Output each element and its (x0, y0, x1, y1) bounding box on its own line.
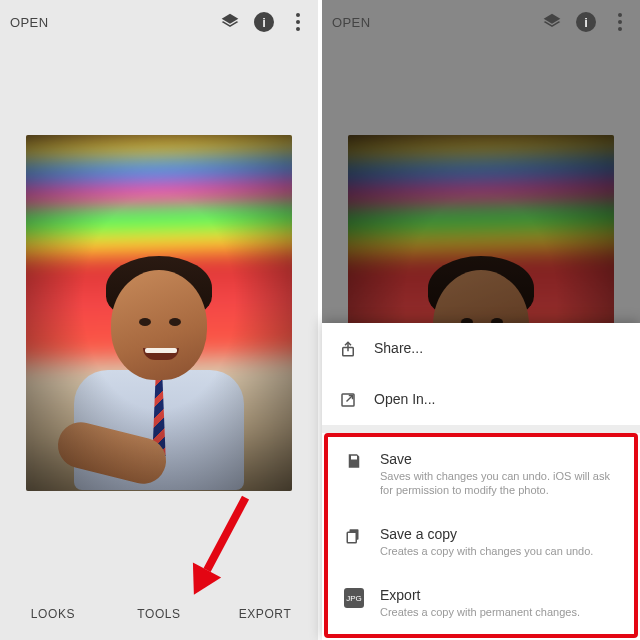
sheet-item-export[interactable]: JPG Export Creates a copy with permanent… (328, 573, 634, 634)
photo-subject (69, 270, 249, 490)
sheet-item-open-in[interactable]: Open In... (322, 374, 640, 425)
bottom-tab-bar: LOOKS TOOLS EXPORT (0, 588, 318, 640)
more-icon[interactable] (288, 12, 308, 32)
sheet-item-desc: Saves with changes you can undo. iOS wil… (380, 469, 618, 499)
open-in-icon (338, 391, 358, 409)
sheet-item-label: Export (380, 587, 618, 603)
layers-icon (542, 12, 562, 32)
sheet-item-save[interactable]: Save Saves with changes you can undo. iO… (328, 437, 634, 513)
open-button[interactable]: OPEN (10, 15, 220, 30)
tab-export[interactable]: EXPORT (212, 588, 318, 640)
sheet-item-label: Save a copy (380, 526, 618, 542)
editor-screen-export-sheet: OPEN i (322, 0, 640, 640)
info-icon: i (576, 12, 596, 32)
share-icon (338, 340, 358, 358)
tab-looks[interactable]: LOOKS (0, 588, 106, 640)
open-button: OPEN (332, 15, 542, 30)
photo-canvas[interactable] (26, 135, 292, 491)
sheet-item-desc: Creates a copy with changes you can undo… (380, 544, 618, 559)
annotation-highlight: Save Saves with changes you can undo. iO… (324, 433, 638, 638)
save-icon (344, 452, 364, 470)
more-icon (610, 12, 630, 32)
export-action-sheet: Share... Open In... Save Saves with chan… (322, 323, 640, 640)
editor-screen-export-tab: OPEN i LOOKS TOOLS EXPORT (0, 0, 318, 640)
layers-icon[interactable] (220, 12, 240, 32)
sheet-item-label: Save (380, 451, 618, 467)
info-icon[interactable]: i (254, 12, 274, 32)
annotation-arrow (190, 496, 259, 603)
tab-tools[interactable]: TOOLS (106, 588, 212, 640)
sheet-item-label: Open In... (374, 391, 624, 407)
svg-rect-3 (347, 533, 356, 544)
sheet-item-save-copy[interactable]: Save a copy Creates a copy with changes … (328, 512, 634, 573)
sheet-item-desc: Creates a copy with permanent changes. (380, 605, 618, 620)
jpg-icon: JPG (344, 588, 364, 608)
sheet-divider (322, 425, 640, 433)
sheet-item-label: Share... (374, 340, 624, 356)
sheet-item-share[interactable]: Share... (322, 323, 640, 374)
save-copy-icon (344, 527, 364, 545)
top-bar: OPEN i (0, 0, 318, 44)
